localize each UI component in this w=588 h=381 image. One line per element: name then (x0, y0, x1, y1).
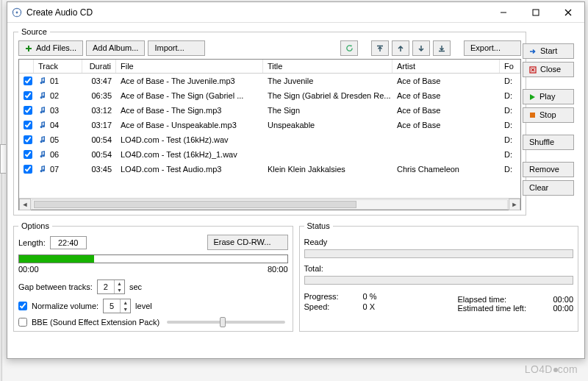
table-row[interactable]: 0303:12Ace of Base - The Sign.mp3The Sig… (19, 103, 520, 118)
spin-down-icon[interactable]: ▼ (121, 306, 130, 313)
length-value: 22:40 (50, 236, 87, 249)
music-note-icon (38, 150, 47, 159)
col-artist[interactable]: Artist (392, 60, 500, 73)
spin-down-icon[interactable]: ▼ (115, 287, 124, 293)
stop-button[interactable]: Stop (523, 107, 574, 123)
app-icon (12, 7, 22, 18)
row-file: LO4D.com - Test Audio.mp3 (116, 165, 263, 174)
row-checkbox[interactable] (24, 135, 32, 144)
scroll-left-icon[interactable]: ◄ (19, 199, 31, 210)
spin-up-icon[interactable]: ▲ (121, 299, 130, 306)
bbe-checkbox[interactable] (18, 318, 27, 327)
clear-button[interactable]: Clear (523, 180, 574, 196)
table-row[interactable]: 0500:54LO4D.com - Test (16kHz).wavD: (19, 132, 520, 147)
table-header[interactable]: Track Durati File Title Artist Fo (19, 60, 520, 74)
row-fo: D: (500, 121, 520, 129)
refresh-icon (345, 44, 354, 52)
refresh-button[interactable] (340, 40, 358, 56)
row-fo: D: (500, 165, 520, 174)
music-note-icon (38, 106, 47, 115)
status-ready: Ready (304, 238, 574, 246)
move-bottom-button[interactable] (433, 40, 451, 56)
row-file: LO4D.com - Test (16kHz)_1.wav (116, 150, 263, 159)
table-row[interactable]: 0206:35Ace of Base - The Sign (Gabriel .… (19, 88, 520, 103)
track-table: Track Durati File Title Artist Fo 0103:4… (18, 59, 521, 210)
titlebar[interactable]: Create Audio CD (7, 2, 584, 23)
col-title[interactable]: Title (263, 60, 392, 73)
import-button[interactable]: Import... (148, 40, 205, 56)
row-file: LO4D.com - Test (16kHz).wav (116, 135, 263, 144)
scale-min: 00:00 (18, 265, 39, 274)
options-group: Options Length: 22:40 Erase CD-RW... 00:… (13, 221, 293, 332)
play-button[interactable]: Play (523, 89, 574, 104)
normalize-input[interactable] (104, 299, 120, 313)
add-album-button[interactable]: Add Album... (86, 40, 145, 56)
normalize-unit: level (135, 302, 152, 310)
music-note-icon (38, 91, 47, 100)
col-file[interactable]: File (116, 60, 263, 73)
col-fo[interactable]: Fo (500, 60, 520, 73)
music-note-icon (38, 76, 47, 85)
source-toolbar: Add Files... Add Album... Import... (18, 40, 521, 56)
main-window: Create Audio CD Source Add Files... (7, 1, 585, 359)
options-legend: Options (18, 221, 52, 230)
progress-label: Progress: (304, 292, 363, 301)
row-checkbox[interactable] (24, 76, 32, 85)
gap-spinner[interactable]: ▲▼ (97, 279, 125, 294)
table-row[interactable]: 0600:54LO4D.com - Test (16kHz)_1.wavD: (19, 147, 520, 162)
table-row[interactable]: 0403:17Ace of Base - Unspeakable.mp3Unsp… (19, 118, 520, 132)
move-down-button[interactable] (412, 40, 430, 56)
close-window-button[interactable] (552, 2, 584, 23)
status-total-bar (304, 276, 574, 285)
gap-label: Gap between tracks: (18, 282, 93, 291)
export-button[interactable]: Export... (464, 40, 521, 56)
row-artist: Ace of Base (392, 121, 500, 129)
minimize-button[interactable] (487, 2, 520, 23)
row-file: Ace of Base - The Juvenile.mp3 (116, 76, 263, 85)
length-progress (18, 254, 288, 263)
row-track: 02 (50, 91, 59, 100)
erase-cdrw-button[interactable]: Erase CD-RW... (207, 235, 288, 250)
row-checkbox[interactable] (24, 121, 32, 129)
table-h-scrollbar[interactable]: ◄ ► (19, 198, 520, 210)
normalize-spinner[interactable]: ▲▼ (103, 299, 131, 313)
side-buttons: Start Close Play Stop (523, 27, 578, 216)
col-track[interactable]: Track (34, 60, 82, 73)
slider-thumb[interactable] (220, 317, 226, 327)
maximize-button[interactable] (520, 2, 552, 23)
table-row[interactable]: 0703:45LO4D.com - Test Audio.mp3Klein Kl… (19, 162, 520, 177)
shuffle-button[interactable]: Shuffle (523, 135, 574, 150)
row-checkbox[interactable] (24, 91, 32, 100)
close-button[interactable]: Close (523, 62, 574, 77)
watermark: LO4Dcom (525, 363, 578, 375)
source-legend: Source (18, 27, 50, 36)
col-duration[interactable]: Durati (82, 60, 116, 73)
start-button[interactable]: Start (523, 43, 574, 59)
normalize-checkbox[interactable] (18, 302, 27, 310)
move-top-button[interactable] (371, 40, 389, 56)
row-checkbox[interactable] (24, 150, 32, 159)
elapsed-value: 00:00 (538, 295, 573, 304)
scroll-thumb[interactable] (34, 201, 356, 208)
add-files-button[interactable]: Add Files... (18, 40, 83, 56)
row-title: The Sign (Gabriel & Dresden Re... (263, 91, 392, 100)
source-group: Source Add Files... Add Album... Import.… (13, 27, 526, 216)
spin-up-icon[interactable]: ▲ (115, 280, 124, 287)
move-down-icon (417, 45, 425, 52)
row-checkbox[interactable] (24, 165, 32, 174)
remove-button[interactable]: Remove (523, 162, 574, 177)
move-top-icon (376, 45, 384, 52)
row-checkbox[interactable] (24, 106, 32, 115)
bbe-slider[interactable] (164, 321, 287, 324)
background-window-sliver (0, 0, 2, 381)
scroll-right-icon[interactable]: ► (509, 199, 520, 210)
row-track: 05 (50, 135, 59, 144)
row-file: Ace of Base - Unspeakable.mp3 (116, 121, 263, 129)
gap-input[interactable] (98, 280, 114, 293)
move-up-button[interactable] (392, 40, 409, 56)
table-row[interactable]: 0103:47Ace of Base - The Juvenile.mp3The… (19, 74, 520, 88)
row-file: Ace of Base - The Sign (Gabriel ... (116, 91, 263, 100)
row-duration: 03:45 (82, 165, 116, 174)
row-fo: D: (500, 150, 520, 159)
row-duration: 03:12 (82, 106, 116, 115)
